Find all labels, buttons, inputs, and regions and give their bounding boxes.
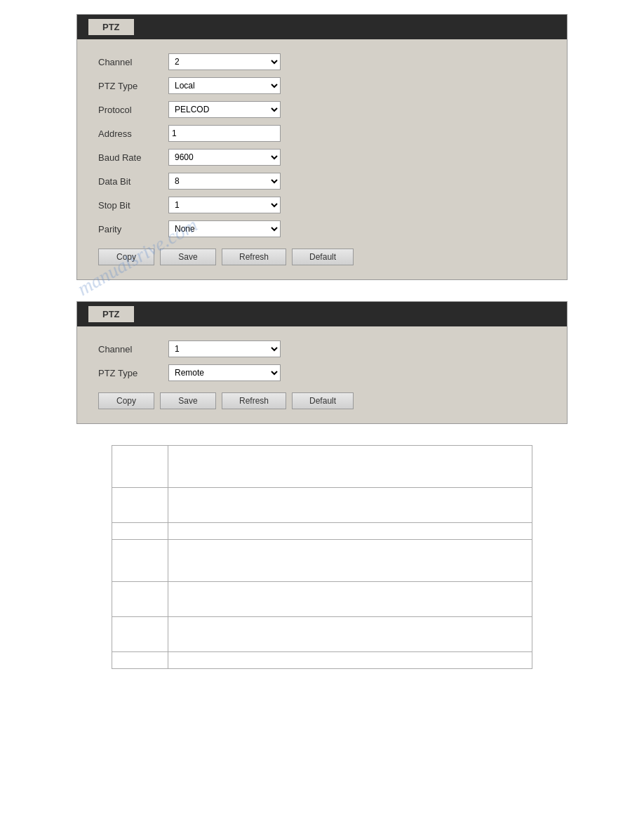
data-bit-row: Data Bit 8 5 6 7 [98,173,546,190]
stop-bit-select[interactable]: 1 2 [168,197,281,213]
parity-row: Parity None Odd Even [98,220,546,237]
channel2-select[interactable]: 1 2 3 4 [168,340,281,357]
channel-row: Channel 2 1 3 4 [98,53,546,70]
ptz-panel-1-body: Channel 2 1 3 4 PTZ Type Local Remote Pr… [77,39,567,279]
baud-rate-row: Baud Rate 9600 1200 2400 4800 19200 3840… [98,149,546,166]
table-cell-right [168,446,532,488]
channel2-row: Channel 1 2 3 4 [98,340,546,357]
table-row [112,582,532,617]
table-cell-left [112,446,168,488]
stop-bit-label: Stop Bit [98,200,168,211]
ptz-panel-2-body: Channel 1 2 3 4 PTZ Type Remote Local Co… [77,326,567,423]
ptz-panel-2-header: PTZ [77,302,567,326]
table-cell-left [112,488,168,523]
ptz-type-label: PTZ Type [98,81,168,91]
table-row [112,652,532,669]
data-bit-select[interactable]: 8 5 6 7 [168,173,281,190]
data-bit-label: Data Bit [98,176,168,187]
panel2-save-button[interactable]: Save [160,392,216,409]
panel2-default-button[interactable]: Default [292,392,354,409]
baud-rate-label: Baud Rate [98,152,168,163]
panel1-save-button[interactable]: Save [160,249,216,265]
panel1-default-button[interactable]: Default [292,249,354,265]
ptz-type-row: PTZ Type Local Remote [98,77,546,94]
channel2-label: Channel [98,344,168,355]
table-cell-left [112,617,168,652]
ptz-panel-1: PTZ Channel 2 1 3 4 PTZ Type Local Remot… [76,14,568,280]
table-cell-left [112,523,168,540]
ptz-type2-row: PTZ Type Remote Local [98,364,546,381]
address-row: Address [98,125,546,142]
table-cell-right [168,523,532,540]
table-section [112,445,532,669]
panel2-copy-button[interactable]: Copy [98,392,154,409]
table-row [112,488,532,523]
table-row [112,617,532,652]
panel2-refresh-button[interactable]: Refresh [222,392,286,409]
panel1-refresh-button[interactable]: Refresh [222,249,286,265]
table-cell-right [168,652,532,669]
channel-select[interactable]: 2 1 3 4 [168,53,281,70]
data-table [112,445,532,669]
protocol-label: Protocol [98,105,168,115]
parity-label: Parity [98,224,168,234]
protocol-select[interactable]: PELCOD PELCOP [168,101,281,118]
ptz-type2-select[interactable]: Remote Local [168,364,281,381]
parity-select[interactable]: None Odd Even [168,220,281,237]
table-cell-right [168,582,532,617]
ptz-panel-1-tab: PTZ [88,19,134,35]
channel-label: Channel [98,57,168,67]
table-cell-left [112,652,168,669]
ptz-type2-label: PTZ Type [98,368,168,378]
address-input[interactable] [168,125,281,142]
stop-bit-row: Stop Bit 1 2 [98,197,546,213]
ptz-panel-2: PTZ Channel 1 2 3 4 PTZ Type Remote Loca… [76,301,568,424]
table-row [112,540,532,582]
ptz-panel-2-tab: PTZ [88,306,134,322]
table-row [112,446,532,488]
table-cell-right [168,488,532,523]
protocol-row: Protocol PELCOD PELCOP [98,101,546,118]
panel1-copy-button[interactable]: Copy [98,249,154,265]
address-label: Address [98,128,168,139]
table-row [112,523,532,540]
table-cell-right [168,617,532,652]
panel1-button-row: Copy Save Refresh Default [98,249,546,265]
table-cell-left [112,540,168,582]
ptz-type-select[interactable]: Local Remote [168,77,281,94]
table-cell-right [168,540,532,582]
ptz-panel-1-header: PTZ [77,15,567,39]
table-cell-left [112,582,168,617]
baud-rate-select[interactable]: 9600 1200 2400 4800 19200 38400 [168,149,281,166]
panel2-button-row: Copy Save Refresh Default [98,392,546,409]
